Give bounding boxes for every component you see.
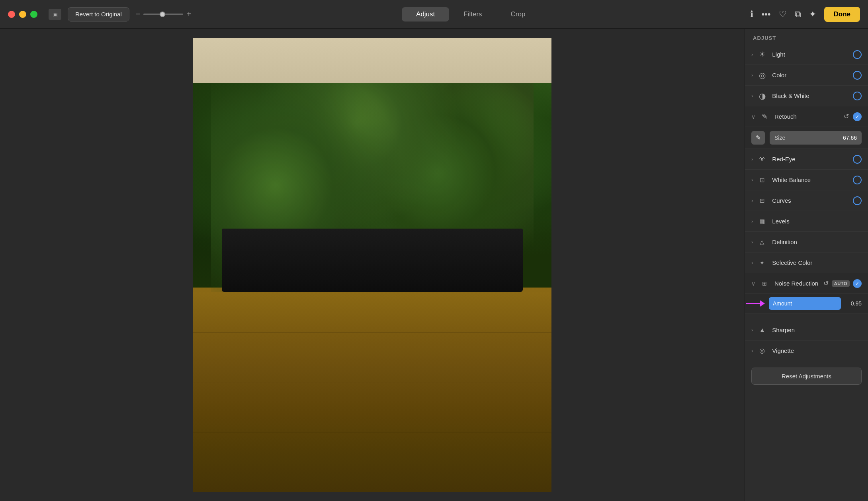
sidebar-item-selective-color[interactable]: › ✦ Selective Color [745, 252, 868, 273]
white-balance-icon: ⊡ [757, 175, 767, 185]
traffic-lights [8, 11, 37, 18]
sidebar-item-light[interactable]: › ☀ Light [745, 44, 868, 65]
sidebar-item-red-eye[interactable]: › 👁 Red-Eye [745, 149, 868, 170]
titlebar: ▣ Revert to Original − + Adjust Filters … [0, 0, 868, 29]
main-area: ADJUST › ☀ Light › ◎ Color › ◑ Black & W… [0, 29, 868, 501]
sidebar-item-curves[interactable]: › ⊟ Curves [745, 190, 868, 211]
sidebar-header: ADJUST [745, 29, 868, 44]
retouch-tools: ↺ ✓ [844, 112, 862, 121]
white-balance-label: White Balance [772, 176, 853, 183]
bw-label: Black & White [772, 92, 853, 99]
curves-toggle[interactable] [853, 196, 862, 205]
photo-image [193, 38, 551, 492]
vignette-icon: ◎ [757, 346, 767, 356]
definition-label: Definition [772, 239, 862, 245]
compare-icon[interactable]: ⧉ [795, 9, 801, 20]
chevron-retouch-icon: ∨ [751, 114, 755, 120]
sidebar-item-sharpen[interactable]: › ▲ Sharpen [745, 320, 868, 341]
vignette-label: Vignette [772, 347, 862, 354]
selective-color-label: Selective Color [772, 259, 862, 266]
info-icon[interactable]: ℹ [750, 9, 753, 20]
undo-icon[interactable]: ↺ [844, 113, 849, 120]
noise-undo-icon[interactable]: ↺ [823, 280, 829, 287]
chevron-bw-icon: › [751, 93, 753, 99]
auto-badge: AUTO [832, 280, 850, 287]
tab-crop[interactable]: Crop [497, 7, 540, 22]
wood-grain-3 [193, 432, 551, 433]
tab-adjust[interactable]: Adjust [402, 7, 449, 22]
planter-box [222, 229, 523, 292]
wall-bg [193, 38, 551, 83]
amount-value: 0.95 [846, 300, 862, 307]
sidebar: ADJUST › ☀ Light › ◎ Color › ◑ Black & W… [745, 29, 868, 501]
retouch-size-row: ✎ Size 67.66 [745, 127, 868, 149]
magic-icon[interactable]: ✦ [809, 9, 816, 20]
color-icon: ◎ [757, 70, 767, 80]
sidebar-item-noise-reduction[interactable]: ∨ ⊞ Noise Reduction ↺ AUTO ✓ [745, 273, 868, 294]
zoom-slider[interactable] [143, 14, 183, 15]
chevron-sc-icon: › [751, 260, 753, 266]
arrow-head [760, 300, 765, 307]
light-icon: ☀ [757, 49, 767, 60]
revert-button[interactable]: Revert to Original [68, 7, 129, 22]
sidebar-item-bw[interactable]: › ◑ Black & White [745, 86, 868, 106]
retouch-section: ∨ ✎ Retouch ↺ ✓ ✎ Size 67.66 [745, 106, 868, 149]
sidebar-item-definition[interactable]: › △ Definition [745, 232, 868, 252]
amount-arrow [746, 300, 765, 307]
pen-tool-button[interactable]: ✎ [751, 131, 765, 145]
red-eye-toggle[interactable] [853, 155, 862, 164]
chevron-light-icon: › [751, 51, 753, 57]
arrow-line [746, 303, 760, 304]
color-toggle[interactable] [853, 71, 862, 80]
bw-toggle[interactable] [853, 92, 862, 100]
view-toggle-button[interactable]: ▣ [49, 9, 61, 20]
tab-filters[interactable]: Filters [449, 7, 496, 22]
table-surface [193, 292, 551, 492]
noise-reduction-label: Noise Reduction [774, 280, 823, 287]
white-balance-toggle[interactable] [853, 176, 862, 184]
sidebar-item-color[interactable]: › ◎ Color [745, 65, 868, 86]
retouch-toggle[interactable]: ✓ [853, 112, 862, 121]
sharpen-label: Sharpen [772, 327, 862, 333]
zoom-minus-icon[interactable]: − [136, 10, 141, 19]
size-value: 67.66 [843, 135, 857, 141]
chevron-vignette-icon: › [751, 348, 753, 354]
image-area [0, 29, 745, 501]
red-eye-label: Red-Eye [772, 156, 853, 162]
favorite-icon[interactable]: ♡ [779, 9, 787, 20]
wood-grain-1 [193, 332, 551, 333]
noise-toggle[interactable]: ✓ [853, 279, 862, 288]
amount-slider[interactable]: Amount [769, 297, 841, 310]
selective-color-icon: ✦ [757, 258, 767, 268]
sidebar-item-vignette[interactable]: › ◎ Vignette [745, 341, 868, 361]
noise-reduction-section: ∨ ⊞ Noise Reduction ↺ AUTO ✓ Amount [745, 273, 868, 313]
right-tools: ℹ ••• ♡ ⧉ ✦ Done [750, 7, 860, 22]
chevron-def-icon: › [751, 239, 753, 245]
size-slider[interactable]: Size 67.66 [770, 131, 862, 145]
sidebar-item-white-balance[interactable]: › ⊡ White Balance [745, 170, 868, 190]
sidebar-item-levels[interactable]: › ▦ Levels [745, 211, 868, 232]
minimize-button[interactable] [19, 11, 26, 18]
more-icon[interactable]: ••• [761, 9, 770, 20]
amount-row: Amount 0.95 [745, 294, 868, 313]
photo-container [193, 38, 551, 492]
zoom-plus-icon[interactable]: + [186, 10, 191, 19]
spacer [745, 313, 868, 320]
amount-label: Amount [773, 300, 792, 307]
chevron-noise-icon: ∨ [751, 280, 755, 287]
fullscreen-button[interactable] [30, 11, 37, 18]
chevron-levels-icon: › [751, 218, 753, 224]
levels-icon: ▦ [757, 216, 767, 227]
definition-icon: △ [757, 237, 767, 247]
done-button[interactable]: Done [824, 7, 860, 22]
size-label: Size [774, 135, 785, 141]
close-button[interactable] [8, 11, 15, 18]
reset-adjustments-button[interactable]: Reset Adjustments [751, 368, 862, 385]
wood-grain-2 [193, 382, 551, 382]
retouch-icon: ✎ [759, 112, 770, 122]
noise-icon: ⊞ [759, 278, 770, 289]
light-toggle[interactable] [853, 50, 862, 59]
window-controls: ▣ [49, 9, 61, 20]
sidebar-item-retouch[interactable]: ∨ ✎ Retouch ↺ ✓ [745, 106, 868, 127]
red-eye-icon: 👁 [757, 154, 767, 164]
